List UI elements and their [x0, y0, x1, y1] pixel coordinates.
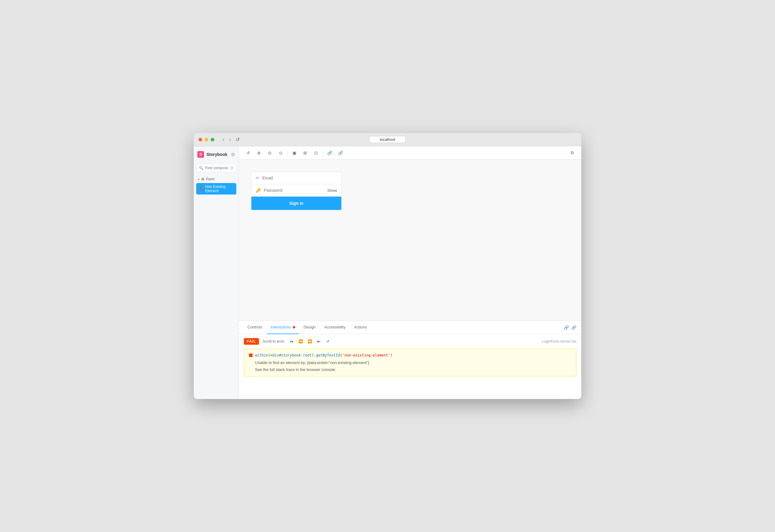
minimize-button[interactable]	[205, 138, 208, 141]
bottom-panel: Controls Interactions Design Accessibili…	[239, 321, 581, 399]
selector: div#storybook-root	[272, 353, 312, 357]
sidebar-item-non-existing[interactable]: 🔖 Non Existing Element	[196, 183, 236, 195]
zoom-reset-button[interactable]: ⊙	[276, 149, 285, 157]
interactions-content: FAIL Scroll to error ⏮ ⏪ ⏩ ⏭ ↺ LoginForm…	[239, 334, 581, 399]
file-reference: LoginForm.stories.tsx	[542, 339, 577, 344]
fail-toolbar: FAIL Scroll to error ⏮ ⏪ ⏩ ⏭ ↺ LoginForm…	[244, 338, 577, 345]
error-code: within(<div#storybook-root).getByTestId(…	[255, 353, 392, 357]
preview-area: ↺ ⊕ ⊖ ⊙ ▣ ⊞ ⊡ 🔗 🔗 ⧉	[239, 146, 581, 399]
main-content: S Storybook ⚙ 🔍 / ▾ ⊞ Form	[194, 146, 581, 399]
url-bar[interactable]: localhost	[369, 136, 406, 143]
email-icon: ✉	[256, 176, 259, 180]
sidebar: S Storybook ⚙ 🔍 / ▾ ⊞ Form	[194, 146, 239, 399]
panel-link-icons: 🔗 🔗	[564, 325, 577, 330]
password-input[interactable]	[264, 188, 324, 193]
playback-controls: ⏮ ⏪ ⏩ ⏭ ↺	[288, 338, 331, 345]
toolbar-group-left: ↺ ⊕ ⊖ ⊙ ▣ ⊞ ⊡ 🔗 🔗	[244, 149, 344, 157]
email-input[interactable]	[262, 176, 337, 180]
panel-link-icon-2[interactable]: 🔗	[571, 325, 577, 330]
argument: 'non-existing-element'	[342, 353, 390, 357]
tab-interactions[interactable]: Interactions	[267, 321, 298, 334]
storybook-logo-icon: S	[197, 151, 204, 158]
zoom-out-button[interactable]: ⊖	[265, 149, 274, 157]
tab-design[interactable]: Design	[300, 321, 319, 334]
search-shortcut: /	[230, 166, 233, 170]
step-last-button[interactable]: ⏭	[315, 338, 322, 345]
tab-design-label: Design	[303, 325, 316, 329]
tab-actions[interactable]: Actions	[350, 321, 370, 334]
viewport-button[interactable]: ▣	[290, 149, 298, 157]
method-name: getByTestId	[316, 353, 340, 357]
search-box[interactable]: 🔍 /	[196, 164, 236, 172]
storybook-logo: S Storybook	[197, 151, 227, 158]
close-button[interactable]	[198, 138, 202, 141]
search-input[interactable]	[205, 166, 228, 170]
tab-accessibility-label: Accessibility	[324, 325, 345, 329]
toolbar-divider-2	[322, 150, 323, 156]
titlebar: ‹ › ↺ localhost	[194, 133, 581, 146]
error-hint: See the full stack trace in the browser …	[249, 367, 571, 372]
replay-button[interactable]: ↺	[324, 338, 331, 345]
chevron-down-icon: ▾	[198, 178, 199, 181]
forward-button[interactable]: ›	[229, 137, 230, 142]
back-button[interactable]: ‹	[223, 137, 224, 142]
tab-interactions-label: Interactions	[270, 325, 291, 329]
signin-button[interactable]: Sign in	[251, 197, 341, 210]
show-password-button[interactable]: Show	[327, 188, 337, 193]
zoom-in-button[interactable]: ⊕	[255, 149, 263, 157]
step-back-button[interactable]: ⏪	[297, 338, 304, 345]
fail-badge: FAIL	[244, 338, 259, 345]
external-link-button[interactable]: ⧉	[568, 149, 577, 157]
form-group: ▾ ⊞ Form 🔖 Non Existing Element	[196, 176, 236, 195]
maximize-button[interactable]	[211, 138, 214, 141]
email-field: ✉	[251, 172, 341, 184]
panel-tabs: Controls Interactions Design Accessibili…	[239, 321, 581, 334]
fn-name: within	[255, 353, 268, 357]
form-group-header[interactable]: ▾ ⊞ Form	[196, 176, 236, 182]
tab-actions-label: Actions	[354, 325, 367, 329]
link-button-2[interactable]: 🔗	[336, 149, 344, 157]
outline-button[interactable]: ⊡	[312, 149, 320, 157]
scroll-error-button[interactable]: Scroll to error	[262, 339, 284, 344]
settings-icon[interactable]: ⚙	[231, 152, 235, 157]
sidebar-header: S Storybook ⚙	[196, 151, 236, 160]
link-button-1[interactable]: 🔗	[325, 149, 334, 157]
refresh-button[interactable]: ↺	[236, 137, 240, 142]
panel-link-icon-1[interactable]: 🔗	[564, 325, 569, 330]
app-window: ‹ › ↺ localhost S Storybook ⚙ 🔍 /	[194, 133, 581, 399]
canvas: ✉ 🔑 Show Sign in	[239, 160, 581, 321]
error-message: Unable to find an element by: [data-test…	[249, 360, 571, 365]
tab-controls-label: Controls	[247, 325, 262, 329]
error-block: within(<div#storybook-root).getByTestId(…	[244, 349, 577, 376]
step-forward-button[interactable]: ⏩	[306, 338, 313, 345]
password-field: 🔑 Show	[251, 184, 341, 197]
sidebar-tree: ▾ ⊞ Form 🔖 Non Existing Element	[196, 176, 236, 195]
storybook-logo-text: Storybook	[206, 152, 227, 157]
reload-button[interactable]: ↺	[244, 149, 252, 157]
component-grid-icon: ⊞	[201, 177, 204, 181]
search-icon: 🔍	[199, 166, 203, 170]
tab-accessibility[interactable]: Accessibility	[320, 321, 349, 334]
step-first-button[interactable]: ⏮	[288, 338, 295, 345]
error-code-line: within(<div#storybook-root).getByTestId(…	[249, 353, 571, 357]
toolbar: ↺ ⊕ ⊖ ⊙ ▣ ⊞ ⊡ 🔗 🔗 ⧉	[239, 146, 581, 160]
form-group-label: Form	[206, 177, 214, 181]
tab-controls[interactable]: Controls	[244, 321, 265, 334]
grid-button[interactable]: ⊞	[301, 149, 309, 157]
password-icon: 🔑	[256, 188, 261, 193]
error-indicator	[249, 353, 252, 357]
nav-controls: ‹ › ↺	[223, 137, 240, 142]
tree-item-label: Non Existing Element	[205, 185, 233, 193]
login-form: ✉ 🔑 Show Sign in	[251, 172, 341, 210]
interactions-error-badge	[293, 326, 295, 328]
bookmark-icon: 🔖	[199, 187, 203, 191]
traffic-lights	[198, 138, 214, 141]
